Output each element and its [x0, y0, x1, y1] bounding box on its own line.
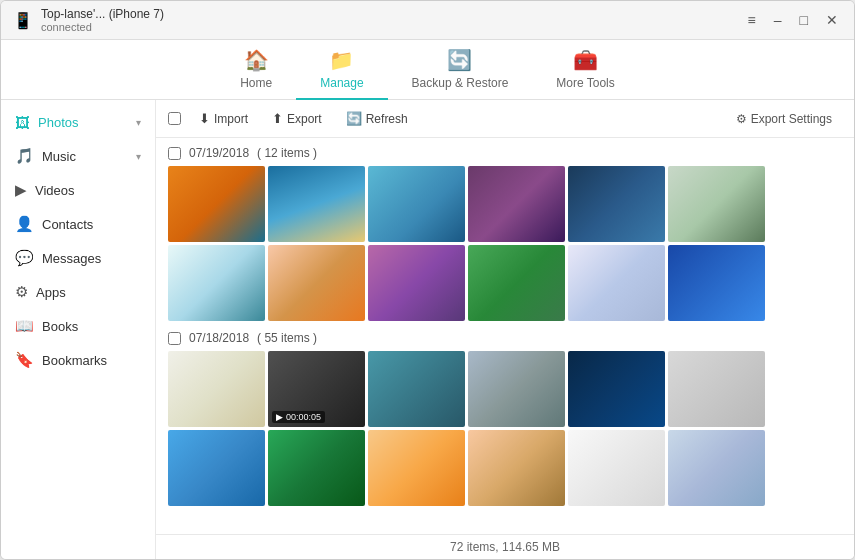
device-icon: 📱 — [13, 11, 33, 30]
nav-tabs: 🏠 Home 📁 Manage 🔄 Backup & Restore 🧰 Mor… — [1, 40, 854, 100]
refresh-button[interactable]: 🔄 Refresh — [336, 107, 418, 130]
export-button[interactable]: ⬆ Export — [262, 107, 332, 130]
refresh-label: Refresh — [366, 112, 408, 126]
group1-checkbox[interactable] — [168, 147, 181, 160]
sidebar-item-messages[interactable]: 💬 Messages — [1, 241, 155, 275]
export-settings-button[interactable]: ⚙ Export Settings — [726, 108, 842, 130]
sidebar-item-messages-label: Messages — [42, 251, 141, 266]
tab-backup-label: Backup & Restore — [412, 76, 509, 90]
videos-icon: ▶ — [15, 181, 27, 199]
date-header-2: 07/18/2018 ( 55 items ) — [168, 331, 842, 345]
sidebar-item-videos-label: Videos — [35, 183, 141, 198]
messages-icon: 💬 — [15, 249, 34, 267]
photo-thumb[interactable] — [468, 351, 565, 427]
sidebar-item-photos[interactable]: 🖼 Photos ▾ — [1, 106, 155, 139]
photo-thumb[interactable] — [368, 166, 465, 242]
title-bar-controls: ≡ – □ ✕ — [744, 10, 842, 30]
photo-thumb[interactable] — [268, 430, 365, 506]
bookmarks-icon: 🔖 — [15, 351, 34, 369]
sidebar-item-books-label: Books — [42, 319, 141, 334]
select-all-checkbox[interactable] — [168, 112, 181, 125]
tab-manage-label: Manage — [320, 76, 363, 90]
photo-thumb[interactable] — [568, 245, 665, 321]
photo-thumb[interactable] — [268, 166, 365, 242]
app-window: 📱 Top-lanse'... (iPhone 7) connected ≡ –… — [0, 0, 855, 560]
sidebar-item-bookmarks-label: Bookmarks — [42, 353, 141, 368]
photo-thumb[interactable] — [668, 351, 765, 427]
device-name: Top-lanse'... (iPhone 7) — [41, 7, 164, 21]
photos-icon: 🖼 — [15, 114, 30, 131]
photo-thumb-video[interactable]: ▶ 00:00:05 — [268, 351, 365, 427]
video-badge: ▶ 00:00:05 — [272, 411, 325, 423]
import-icon: ⬇ — [199, 111, 210, 126]
sidebar-item-bookmarks[interactable]: 🔖 Bookmarks — [1, 343, 155, 377]
photo-grid-2-row2 — [168, 430, 842, 506]
photo-area[interactable]: 07/19/2018 ( 12 items ) — [156, 138, 854, 534]
sidebar-item-contacts-label: Contacts — [42, 217, 141, 232]
sidebar-item-apps[interactable]: ⚙ Apps — [1, 275, 155, 309]
title-bar-left: 📱 Top-lanse'... (iPhone 7) connected — [13, 7, 164, 33]
count-label-1: ( 12 items ) — [257, 146, 317, 160]
export-settings-label: Export Settings — [751, 112, 832, 126]
photo-grid-1-row2 — [168, 245, 842, 321]
import-label: Import — [214, 112, 248, 126]
sidebar-item-music[interactable]: 🎵 Music ▾ — [1, 139, 155, 173]
photo-thumb[interactable] — [468, 166, 565, 242]
photo-thumb[interactable] — [368, 351, 465, 427]
device-status: connected — [41, 21, 164, 33]
export-label: Export — [287, 112, 322, 126]
import-button[interactable]: ⬇ Import — [189, 107, 258, 130]
photo-thumb[interactable] — [668, 166, 765, 242]
tab-backup[interactable]: 🔄 Backup & Restore — [388, 40, 533, 100]
photo-thumb[interactable] — [568, 430, 665, 506]
home-icon: 🏠 — [244, 48, 269, 72]
photo-thumb[interactable] — [468, 245, 565, 321]
photo-thumb[interactable] — [368, 245, 465, 321]
apps-icon: ⚙ — [15, 283, 28, 301]
toolbar: ⬇ Import ⬆ Export 🔄 Refresh ⚙ Export Set… — [156, 100, 854, 138]
music-chevron: ▾ — [136, 151, 141, 162]
manage-icon: 📁 — [329, 48, 354, 72]
tab-home-label: Home — [240, 76, 272, 90]
photo-thumb[interactable] — [668, 430, 765, 506]
photo-grid-1-row1 — [168, 166, 842, 242]
photo-thumb[interactable] — [168, 430, 265, 506]
photo-thumb[interactable] — [268, 245, 365, 321]
main-content: 🖼 Photos ▾ 🎵 Music ▾ ▶ Videos 👤 Contacts… — [1, 100, 854, 559]
tools-icon: 🧰 — [573, 48, 598, 72]
music-icon: 🎵 — [15, 147, 34, 165]
photo-thumb[interactable] — [168, 351, 265, 427]
photos-chevron: ▾ — [136, 117, 141, 128]
refresh-icon: 🔄 — [346, 111, 362, 126]
sidebar-item-videos[interactable]: ▶ Videos — [1, 173, 155, 207]
maximize-button[interactable]: □ — [796, 10, 812, 30]
content-area: ⬇ Import ⬆ Export 🔄 Refresh ⚙ Export Set… — [156, 100, 854, 559]
tab-manage[interactable]: 📁 Manage — [296, 40, 387, 100]
minimize-button[interactable]: – — [770, 10, 786, 30]
tab-home[interactable]: 🏠 Home — [216, 40, 296, 100]
menu-icon[interactable]: ≡ — [744, 10, 760, 30]
group2-checkbox[interactable] — [168, 332, 181, 345]
date-group-2: 07/18/2018 ( 55 items ) ▶ 00:00:05 — [168, 331, 842, 506]
status-bar: 72 items, 114.65 MB — [156, 534, 854, 559]
books-icon: 📖 — [15, 317, 34, 335]
photo-thumb[interactable] — [668, 245, 765, 321]
photo-thumb[interactable] — [168, 166, 265, 242]
video-duration: 00:00:05 — [286, 412, 321, 422]
photo-thumb[interactable] — [468, 430, 565, 506]
sidebar-item-books[interactable]: 📖 Books — [1, 309, 155, 343]
photo-thumb[interactable] — [368, 430, 465, 506]
close-button[interactable]: ✕ — [822, 10, 842, 30]
photo-thumb[interactable] — [568, 351, 665, 427]
photo-thumb[interactable] — [568, 166, 665, 242]
export-icon: ⬆ — [272, 111, 283, 126]
date-label-1: 07/19/2018 — [189, 146, 249, 160]
contacts-icon: 👤 — [15, 215, 34, 233]
sidebar-item-photos-label: Photos — [38, 115, 128, 130]
tab-tools[interactable]: 🧰 More Tools — [532, 40, 638, 100]
sidebar-item-contacts[interactable]: 👤 Contacts — [1, 207, 155, 241]
gear-icon: ⚙ — [736, 112, 747, 126]
sidebar-item-music-label: Music — [42, 149, 128, 164]
photo-thumb[interactable] — [168, 245, 265, 321]
status-text: 72 items, 114.65 MB — [450, 540, 560, 554]
